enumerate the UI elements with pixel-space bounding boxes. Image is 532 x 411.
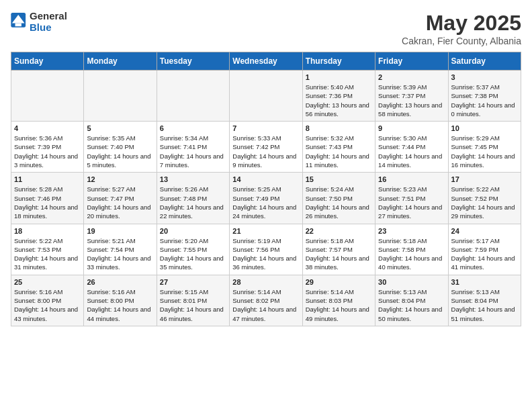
cell-content: Sunrise: 5:32 AM Sunset: 7:43 PM Dayligh… [306, 134, 372, 169]
week-row-1: 1Sunrise: 5:40 AM Sunset: 7:36 PM Daylig… [11, 71, 521, 122]
day-number: 17 [451, 175, 518, 183]
day-number: 26 [87, 278, 153, 286]
calendar-cell: 24Sunrise: 5:17 AM Sunset: 7:59 PM Dayli… [448, 224, 521, 275]
calendar-cell: 26Sunrise: 5:16 AM Sunset: 8:00 PM Dayli… [84, 275, 157, 326]
day-number: 4 [14, 124, 81, 132]
cell-content: Sunrise: 5:17 AM Sunset: 7:59 PM Dayligh… [451, 236, 518, 272]
calendar-cell: 31Sunrise: 5:13 AM Sunset: 8:04 PM Dayli… [448, 275, 521, 326]
day-number: 18 [14, 227, 81, 235]
day-number: 1 [306, 73, 372, 81]
day-number: 12 [87, 175, 153, 183]
calendar-cell: 21Sunrise: 5:19 AM Sunset: 7:56 PM Dayli… [230, 224, 302, 275]
header-day-monday: Monday [84, 52, 157, 71]
cell-content: Sunrise: 5:21 AM Sunset: 7:54 PM Dayligh… [87, 236, 153, 272]
logo: General Blue [11, 11, 67, 33]
header-day-thursday: Thursday [302, 52, 375, 71]
cell-content: Sunrise: 5:14 AM Sunset: 8:03 PM Dayligh… [306, 287, 372, 323]
calendar-cell: 23Sunrise: 5:18 AM Sunset: 7:58 PM Dayli… [375, 224, 448, 275]
cell-content: Sunrise: 5:35 AM Sunset: 7:40 PM Dayligh… [87, 134, 153, 169]
day-number: 11 [14, 175, 81, 183]
calendar-body: 1Sunrise: 5:40 AM Sunset: 7:36 PM Daylig… [11, 71, 521, 326]
day-number: 25 [14, 278, 81, 286]
day-number: 5 [87, 124, 153, 132]
svg-rect-2 [15, 23, 21, 26]
calendar-cell: 5Sunrise: 5:35 AM Sunset: 7:40 PM Daylig… [84, 122, 157, 173]
day-number: 27 [160, 278, 226, 286]
cell-content: Sunrise: 5:19 AM Sunset: 7:56 PM Dayligh… [232, 236, 299, 272]
day-number: 7 [232, 124, 299, 132]
cell-content: Sunrise: 5:33 AM Sunset: 7:42 PM Dayligh… [232, 134, 299, 169]
calendar-cell: 19Sunrise: 5:21 AM Sunset: 7:54 PM Dayli… [84, 224, 157, 275]
day-number: 29 [306, 278, 372, 286]
cell-content: Sunrise: 5:34 AM Sunset: 7:41 PM Dayligh… [160, 134, 226, 169]
cell-content: Sunrise: 5:13 AM Sunset: 8:04 PM Dayligh… [451, 287, 518, 323]
cell-content: Sunrise: 5:13 AM Sunset: 8:04 PM Dayligh… [378, 287, 445, 323]
cell-content: Sunrise: 5:22 AM Sunset: 7:53 PM Dayligh… [14, 236, 81, 272]
cell-content: Sunrise: 5:29 AM Sunset: 7:45 PM Dayligh… [451, 134, 518, 169]
calendar-table: SundayMondayTuesdayWednesdayThursdayFrid… [11, 52, 521, 326]
header-day-wednesday: Wednesday [230, 52, 302, 71]
title-block: May 2025 Cakran, Fier County, Albania [402, 11, 521, 46]
calendar-cell: 20Sunrise: 5:20 AM Sunset: 7:55 PM Dayli… [157, 224, 229, 275]
calendar-cell: 29Sunrise: 5:14 AM Sunset: 8:03 PM Dayli… [302, 275, 375, 326]
day-number: 28 [232, 278, 299, 286]
cell-content: Sunrise: 5:39 AM Sunset: 7:37 PM Dayligh… [378, 83, 445, 118]
calendar-header: SundayMondayTuesdayWednesdayThursdayFrid… [11, 52, 521, 71]
day-number: 8 [306, 124, 372, 132]
cell-content: Sunrise: 5:26 AM Sunset: 7:48 PM Dayligh… [160, 185, 226, 220]
cell-content: Sunrise: 5:16 AM Sunset: 8:00 PM Dayligh… [14, 287, 81, 323]
calendar-cell: 10Sunrise: 5:29 AM Sunset: 7:45 PM Dayli… [448, 122, 521, 173]
week-row-4: 18Sunrise: 5:22 AM Sunset: 7:53 PM Dayli… [11, 224, 521, 275]
cell-content: Sunrise: 5:37 AM Sunset: 7:38 PM Dayligh… [451, 83, 518, 118]
week-row-2: 4Sunrise: 5:36 AM Sunset: 7:39 PM Daylig… [11, 122, 521, 173]
calendar-cell [11, 71, 84, 122]
day-number: 23 [378, 227, 445, 235]
calendar-cell: 2Sunrise: 5:39 AM Sunset: 7:37 PM Daylig… [375, 71, 448, 122]
logo-text: General Blue [30, 11, 67, 33]
calendar-cell: 4Sunrise: 5:36 AM Sunset: 7:39 PM Daylig… [11, 122, 84, 173]
logo-general: General [30, 11, 67, 22]
day-number: 31 [451, 278, 518, 286]
cell-content: Sunrise: 5:15 AM Sunset: 8:01 PM Dayligh… [160, 287, 226, 323]
cell-content: Sunrise: 5:28 AM Sunset: 7:46 PM Dayligh… [14, 185, 81, 220]
header-day-friday: Friday [375, 52, 448, 71]
calendar-cell: 16Sunrise: 5:23 AM Sunset: 7:51 PM Dayli… [375, 173, 448, 224]
cell-content: Sunrise: 5:36 AM Sunset: 7:39 PM Dayligh… [14, 134, 81, 169]
day-number: 21 [232, 227, 299, 235]
day-number: 14 [232, 175, 299, 183]
location-title: Cakran, Fier County, Albania [402, 36, 521, 46]
calendar-cell [157, 71, 229, 122]
cell-content: Sunrise: 5:22 AM Sunset: 7:52 PM Dayligh… [451, 185, 518, 220]
header-row: SundayMondayTuesdayWednesdayThursdayFrid… [11, 52, 521, 71]
calendar-cell: 17Sunrise: 5:22 AM Sunset: 7:52 PM Dayli… [448, 173, 521, 224]
cell-content: Sunrise: 5:25 AM Sunset: 7:49 PM Dayligh… [232, 185, 299, 220]
day-number: 19 [87, 227, 153, 235]
cell-content: Sunrise: 5:18 AM Sunset: 7:57 PM Dayligh… [306, 236, 372, 272]
calendar-cell: 12Sunrise: 5:27 AM Sunset: 7:47 PM Dayli… [84, 173, 157, 224]
calendar-cell: 30Sunrise: 5:13 AM Sunset: 8:04 PM Dayli… [375, 275, 448, 326]
day-number: 30 [378, 278, 445, 286]
header-day-saturday: Saturday [448, 52, 521, 71]
calendar-cell: 22Sunrise: 5:18 AM Sunset: 7:57 PM Dayli… [302, 224, 375, 275]
week-row-3: 11Sunrise: 5:28 AM Sunset: 7:46 PM Dayli… [11, 173, 521, 224]
calendar-cell: 1Sunrise: 5:40 AM Sunset: 7:36 PM Daylig… [302, 71, 375, 122]
day-number: 9 [378, 124, 445, 132]
day-number: 22 [306, 227, 372, 235]
calendar-cell: 15Sunrise: 5:24 AM Sunset: 7:50 PM Dayli… [302, 173, 375, 224]
calendar-cell: 28Sunrise: 5:14 AM Sunset: 8:02 PM Dayli… [230, 275, 302, 326]
cell-content: Sunrise: 5:20 AM Sunset: 7:55 PM Dayligh… [160, 236, 226, 272]
cell-content: Sunrise: 5:27 AM Sunset: 7:47 PM Dayligh… [87, 185, 153, 220]
calendar-cell: 11Sunrise: 5:28 AM Sunset: 7:46 PM Dayli… [11, 173, 84, 224]
calendar-cell: 3Sunrise: 5:37 AM Sunset: 7:38 PM Daylig… [448, 71, 521, 122]
calendar-cell: 6Sunrise: 5:34 AM Sunset: 7:41 PM Daylig… [157, 122, 229, 173]
calendar-cell [84, 71, 157, 122]
cell-content: Sunrise: 5:14 AM Sunset: 8:02 PM Dayligh… [232, 287, 299, 323]
day-number: 13 [160, 175, 226, 183]
calendar-cell: 13Sunrise: 5:26 AM Sunset: 7:48 PM Dayli… [157, 173, 229, 224]
day-number: 24 [451, 227, 518, 235]
logo-icon [11, 13, 27, 32]
month-title: May 2025 [402, 11, 521, 36]
cell-content: Sunrise: 5:24 AM Sunset: 7:50 PM Dayligh… [306, 185, 372, 220]
cell-content: Sunrise: 5:30 AM Sunset: 7:44 PM Dayligh… [378, 134, 445, 169]
header-day-sunday: Sunday [11, 52, 84, 71]
